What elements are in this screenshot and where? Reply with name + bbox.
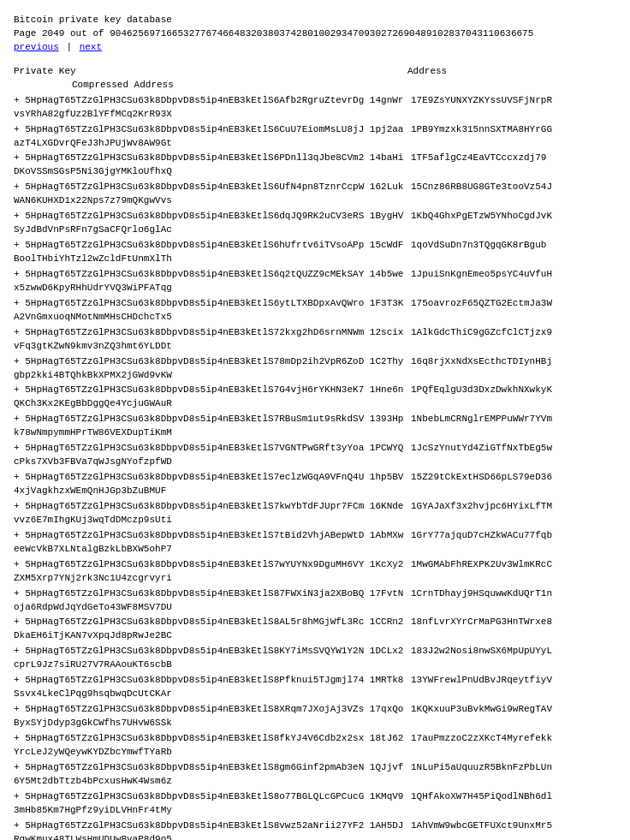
address-value: 175oavrozF65QZTG2EctmJa3W xyxy=(411,298,552,308)
address-cell: 1NLuPi5aUquuzR5BknFzPbLUn xyxy=(407,761,616,789)
private-key-value: + 5HpHagT65TZzGlPH3CSu63k8DbpvD8s5ip4nEB… xyxy=(14,211,403,235)
private-key-cell: + 5HpHagT65TZzGlPH3CSu63k8DbpvD8s5ip4nEB… xyxy=(14,703,407,730)
private-key-cell: + 5HpHagT65TZzGlPH3CSu63k8DbpvD8s5ip4nEB… xyxy=(14,355,407,383)
address-value: 15Z29tCkExtHSD66pLS79eD36 xyxy=(411,472,552,482)
col-private-key-header: Private Key Compressed Address xyxy=(14,65,407,92)
table-row: + 5HpHagT65TZzGlPH3CSu63k8DbpvD8s5ip4nEB… xyxy=(14,732,616,760)
private-key-cell: + 5HpHagT65TZzGlPH3CSu63k8DbpvD8s5ip4nEB… xyxy=(14,616,407,643)
table-row: + 5HpHagT65TZzGlPH3CSu63k8DbpvD8s5ip4nEB… xyxy=(14,761,616,789)
table-row: + 5HpHagT65TZzGlPH3CSu63k8DbpvD8s5ip4nEB… xyxy=(14,413,616,440)
address-value: 17E9ZsYUNXYZKYssUVSFjNrpR xyxy=(411,95,552,105)
private-key-value: + 5HpHagT65TZzGlPH3CSu63k8DbpvD8s5ip4nEB… xyxy=(14,472,403,496)
address-value: 15Cnz86RB8UG8GTe3tooVz54J xyxy=(411,182,552,192)
address-cell: 18nfLvrXYrCrMaPG3HnTWrxe8 xyxy=(407,616,616,643)
private-key-value: + 5HpHagT65TZzGlPH3CSu63k8DbpvD8s5ip4nEB… xyxy=(14,182,403,206)
address-cell: 1GrY77ajquD7cHZkWACu77fqb xyxy=(407,529,616,557)
table-row: + 5HpHagT65TZzGlPH3CSu63k8DbpvD8s5ip4nEB… xyxy=(14,558,616,586)
address-cell: 1JpuiSnKgnEmeo5psYC4uVfuH xyxy=(407,268,616,295)
address-cell: 1GYAJaXf3x2hvjpc6HYixLfTM xyxy=(407,500,616,527)
address-cell: 1TF5aflgCz4EaVTCccxzdj79 xyxy=(407,152,616,179)
address-value: 16q8rjXxNdXsEcthcTDIynHBj xyxy=(411,356,552,366)
private-key-value: + 5HpHagT65TZzGlPH3CSu63k8DbpvD8s5ip4nEB… xyxy=(14,240,403,264)
address-value: 1NLuPi5aUquuzR5BknFzPbLUn xyxy=(411,762,552,772)
private-key-cell: + 5HpHagT65TZzGlPH3CSu63k8DbpvD8s5ip4nEB… xyxy=(14,268,407,295)
address-cell: 1qoVdSuDn7n3TQgqGK8rBgub xyxy=(407,239,616,266)
address-cell: 1QHfAkoXW7H45PiQodlNBh6dl xyxy=(407,790,616,818)
private-key-value: + 5HpHagT65TZzGlPH3CSu63k8DbpvD8s5ip4nEB… xyxy=(14,675,403,699)
table-row: + 5HpHagT65TZzGlPH3CSu63k8DbpvD8s5ip4nEB… xyxy=(14,355,616,383)
table-body: + 5HpHagT65TZzGlPH3CSu63k8DbpvD8s5ip4nEB… xyxy=(14,94,616,840)
private-key-value: + 5HpHagT65TZzGlPH3CSu63k8DbpvD8s5ip4nEB… xyxy=(14,559,403,583)
nav-separator: | xyxy=(66,42,72,52)
table-row: + 5HpHagT65TZzGlPH3CSu63k8DbpvD8s5ip4nEB… xyxy=(14,326,616,354)
table-row: + 5HpHagT65TZzGlPH3CSu63k8DbpvD8s5ip4nEB… xyxy=(14,239,616,266)
address-value: 1qoVdSuDn7n3TQgqGK8rBgub xyxy=(411,240,546,250)
address-value: 1AlkGdcThiC9gGZcfClCTjzx9 xyxy=(411,327,552,337)
address-value: 1MwGMAbFhREXPK2Uv3WlmKRcC xyxy=(411,559,552,569)
address-cell: 1PB9Ymzxk315nnSXTMA8HYrGG xyxy=(407,123,616,151)
table-row: + 5HpHagT65TZzGlPH3CSu63k8DbpvD8s5ip4nEB… xyxy=(14,529,616,557)
table-row: + 5HpHagT65TZzGlPH3CSu63k8DbpvD8s5ip4nEB… xyxy=(14,94,616,122)
address-cell: 1NbebLmCRNglrEMPPuWWr7YVm xyxy=(407,413,616,440)
address-cell: 1KbQ4GhxPgETzW5YNhoCgdJvK xyxy=(407,210,616,237)
address-cell: 17auPmzzoC2zXKcT4Myrefekk xyxy=(407,732,616,760)
private-key-value: + 5HpHagT65TZzGlPH3CSu63k8DbpvD8s5ip4nEB… xyxy=(14,530,403,554)
private-key-cell: + 5HpHagT65TZzGlPH3CSu63k8DbpvD8s5ip4nEB… xyxy=(14,123,407,151)
private-key-cell: + 5HpHagT65TZzGlPH3CSu63k8DbpvD8s5ip4nEB… xyxy=(14,181,407,208)
address-cell: 1CrnTDhayj9HSquwwKdUQrT1n xyxy=(407,587,616,615)
table-row: + 5HpHagT65TZzGlPH3CSu63k8DbpvD8s5ip4nEB… xyxy=(14,819,616,840)
private-key-cell: + 5HpHagT65TZzGlPH3CSu63k8DbpvD8s5ip4nEB… xyxy=(14,529,407,557)
address-cell: 1KQKxuuP3uBvkMwGi9wRegTAV xyxy=(407,703,616,730)
address-cell: 15Z29tCkExtHSD66pLS79eD36 xyxy=(407,471,616,498)
address-cell: 1AhVmW9wbcGETFUXct9UnxMr5 xyxy=(407,819,616,840)
table-row: + 5HpHagT65TZzGlPH3CSu63k8DbpvD8s5ip4nEB… xyxy=(14,703,616,730)
private-key-value: + 5HpHagT65TZzGlPH3CSu63k8DbpvD8s5ip4nEB… xyxy=(14,443,403,467)
address-value: 1PB9Ymzxk315nnSXTMA8HYrGG xyxy=(411,124,552,134)
address-cell: 1JcSzYnutYd4ZiGTfNxTbEg5w xyxy=(407,442,616,469)
private-key-cell: + 5HpHagT65TZzGlPH3CSu63k8DbpvD8s5ip4nEB… xyxy=(14,732,407,760)
private-key-value: + 5HpHagT65TZzGlPH3CSu63k8DbpvD8s5ip4nEB… xyxy=(14,384,403,408)
private-key-cell: + 5HpHagT65TZzGlPH3CSu63k8DbpvD8s5ip4nEB… xyxy=(14,674,407,701)
address-value: 18nfLvrXYrCrMaPG3HnTWrxe8 xyxy=(411,617,552,627)
address-value: 17auPmzzoC2zXKcT4Myrefekk xyxy=(411,733,552,743)
page-info: Page 2049 out of 90462569716653277674664… xyxy=(14,27,616,41)
address-value: 1GrY77ajquD7cHZkWACu77fqb xyxy=(411,530,552,540)
table-row: + 5HpHagT65TZzGlPH3CSu63k8DbpvD8s5ip4nEB… xyxy=(14,645,616,672)
private-key-cell: + 5HpHagT65TZzGlPH3CSu63k8DbpvD8s5ip4nEB… xyxy=(14,790,407,818)
private-key-value: + 5HpHagT65TZzGlPH3CSu63k8DbpvD8s5ip4nEB… xyxy=(14,791,403,815)
table-row: + 5HpHagT65TZzGlPH3CSu63k8DbpvD8s5ip4nEB… xyxy=(14,616,616,643)
address-value: 1KbQ4GhxPgETzW5YNhoCgdJvK xyxy=(411,211,552,221)
address-value: 1TF5aflgCz4EaVTCccxzdj79 xyxy=(411,152,546,163)
table-row: + 5HpHagT65TZzGlPH3CSu63k8DbpvD8s5ip4nEB… xyxy=(14,587,616,615)
private-key-cell: + 5HpHagT65TZzGlPH3CSu63k8DbpvD8s5ip4nEB… xyxy=(14,210,407,237)
table-row: + 5HpHagT65TZzGlPH3CSu63k8DbpvD8s5ip4nEB… xyxy=(14,442,616,469)
col-address-header: Address xyxy=(407,65,616,92)
private-key-value: + 5HpHagT65TZzGlPH3CSu63k8DbpvD8s5ip4nEB… xyxy=(14,820,403,840)
private-key-cell: + 5HpHagT65TZzGlPH3CSu63k8DbpvD8s5ip4nEB… xyxy=(14,471,407,498)
address-value: 1JcSzYnutYd4ZiGTfNxTbEg5w xyxy=(411,443,552,453)
address-cell: 16q8rjXxNdXsEcthcTDIynHBj xyxy=(407,355,616,383)
table-row: + 5HpHagT65TZzGlPH3CSu63k8DbpvD8s5ip4nEB… xyxy=(14,471,616,498)
address-value: 1AhVmW9wbcGETFUXct9UnxMr5 xyxy=(411,820,552,831)
address-cell: 13YWFrewlPnUdBvJRqeytfiyV xyxy=(407,674,616,701)
table-row: + 5HpHagT65TZzGlPH3CSu63k8DbpvD8s5ip4nEB… xyxy=(14,500,616,527)
table-row: + 5HpHagT65TZzGlPH3CSu63k8DbpvD8s5ip4nEB… xyxy=(14,297,616,325)
page-title: Bitcoin private key database xyxy=(14,14,616,27)
private-key-value: + 5HpHagT65TZzGlPH3CSu63k8DbpvD8s5ip4nEB… xyxy=(14,356,403,380)
table-row: + 5HpHagT65TZzGlPH3CSu63k8DbpvD8s5ip4nEB… xyxy=(14,384,616,411)
address-value: 1QHfAkoXW7H45PiQodlNBh6dl xyxy=(411,791,552,801)
navigation: previous | next xyxy=(14,41,616,55)
previous-link[interactable]: previous xyxy=(14,42,59,52)
next-link[interactable]: next xyxy=(80,42,102,52)
private-key-cell: + 5HpHagT65TZzGlPH3CSu63k8DbpvD8s5ip4nEB… xyxy=(14,297,407,325)
private-key-cell: + 5HpHagT65TZzGlPH3CSu63k8DbpvD8s5ip4nEB… xyxy=(14,500,407,527)
address-value: 183J2w2Nosi8nwSX6MpUpUYyL xyxy=(411,646,552,656)
private-key-cell: + 5HpHagT65TZzGlPH3CSu63k8DbpvD8s5ip4nEB… xyxy=(14,587,407,615)
private-key-value: + 5HpHagT65TZzGlPH3CSu63k8DbpvD8s5ip4nEB… xyxy=(14,733,403,757)
private-key-value: + 5HpHagT65TZzGlPH3CSu63k8DbpvD8s5ip4nEB… xyxy=(14,646,403,670)
private-key-value: + 5HpHagT65TZzGlPH3CSu63k8DbpvD8s5ip4nEB… xyxy=(14,298,403,322)
private-key-value: + 5HpHagT65TZzGlPH3CSu63k8DbpvD8s5ip4nEB… xyxy=(14,327,403,351)
table-row: + 5HpHagT65TZzGlPH3CSu63k8DbpvD8s5ip4nEB… xyxy=(14,210,616,237)
private-key-value: + 5HpHagT65TZzGlPH3CSu63k8DbpvD8s5ip4nEB… xyxy=(14,152,403,176)
private-key-cell: + 5HpHagT65TZzGlPH3CSu63k8DbpvD8s5ip4nEB… xyxy=(14,442,407,469)
